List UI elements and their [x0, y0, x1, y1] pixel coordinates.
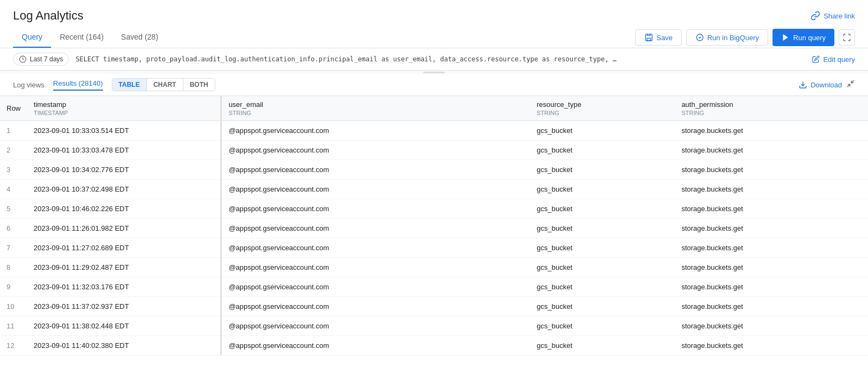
cell-timestamp: 2023-09-01 11:32:03.176 EDT	[27, 277, 221, 297]
cell-auth-permission: storage.buckets.get	[675, 297, 868, 316]
svg-rect-0	[646, 34, 652, 41]
cell-user-email: @appspot.gserviceaccount.com	[221, 199, 530, 219]
cell-resource-type: gcs_bucket	[530, 180, 675, 199]
cell-user-email: @appspot.gserviceaccount.com	[221, 160, 530, 180]
results-header-left: Log views Results (28140) TABLE CHART BO…	[13, 78, 215, 91]
run-in-bigquery-button[interactable]: Run in BigQuery	[686, 29, 768, 46]
collapse-button[interactable]	[846, 79, 855, 90]
cell-resource-type: gcs_bucket	[530, 258, 675, 277]
table-wrapper: Row timestamp TIMESTAMP user_email STRIN…	[0, 96, 868, 374]
run-query-button[interactable]: Run query	[773, 29, 834, 46]
cell-row-num: 8	[0, 258, 27, 277]
query-text: SELECT timestamp, proto_payload.audit_lo…	[75, 55, 806, 63]
cell-row-num: 4	[0, 180, 27, 199]
view-tab-table[interactable]: TABLE	[112, 79, 147, 91]
cell-user-email: @appspot.gserviceaccount.com	[221, 141, 530, 160]
col-header-row: Row	[0, 96, 27, 121]
cell-row-num: 2	[0, 141, 27, 160]
cell-resource-type: gcs_bucket	[530, 277, 675, 297]
cell-auth-permission: storage.buckets.get	[675, 316, 868, 336]
edit-query-button[interactable]: Edit query	[812, 55, 855, 64]
cell-row-num: 10	[0, 297, 27, 316]
table-row[interactable]: 32023-09-01 10:34:02.776 EDT@appspot.gse…	[0, 160, 868, 180]
collapse-icon	[846, 79, 855, 88]
cell-timestamp: 2023-09-01 11:29:02.487 EDT	[27, 258, 221, 277]
cell-user-email: @appspot.gserviceaccount.com	[221, 121, 530, 141]
expand-button[interactable]	[839, 29, 855, 46]
results-section: Log views Results (28140) TABLE CHART BO…	[0, 74, 868, 374]
app-header: Log Analytics Share link	[0, 0, 868, 27]
bigquery-icon	[695, 33, 704, 42]
query-bar: Last 7 days SELECT timestamp, proto_payl…	[0, 48, 868, 71]
results-title[interactable]: Results (28140)	[53, 79, 103, 91]
cell-resource-type: gcs_bucket	[530, 297, 675, 316]
nav-tabs: Query Recent (164) Saved (28) Save	[0, 27, 868, 48]
table-row[interactable]: 12023-09-01 10:33:03.514 EDT@appspot.gse…	[0, 121, 868, 141]
time-range-button[interactable]: Last 7 days	[13, 53, 69, 66]
cell-user-email: @appspot.gserviceaccount.com	[221, 219, 530, 238]
cell-user-email: @appspot.gserviceaccount.com	[221, 277, 530, 297]
results-header-right: Download	[799, 79, 855, 90]
cell-row-num: 11	[0, 316, 27, 336]
share-link-icon	[810, 11, 820, 21]
cell-timestamp: 2023-09-01 10:34:02.776 EDT	[27, 160, 221, 180]
tab-query[interactable]: Query	[13, 27, 51, 48]
divider-bar	[423, 72, 445, 73]
cell-user-email: @appspot.gserviceaccount.com	[221, 297, 530, 316]
nav-tabs-left: Query Recent (164) Saved (28)	[13, 27, 167, 48]
cell-auth-permission: storage.buckets.get	[675, 238, 868, 258]
col-header-timestamp: timestamp TIMESTAMP	[27, 96, 221, 121]
cell-auth-permission: storage.buckets.get	[675, 219, 868, 238]
table-row[interactable]: 122023-09-01 11:40:02.380 EDT@appspot.gs…	[0, 336, 868, 356]
download-icon	[799, 80, 807, 89]
table-row[interactable]: 52023-09-01 10:46:02.226 EDT@appspot.gse…	[0, 199, 868, 219]
cell-row-num: 7	[0, 238, 27, 258]
cell-resource-type: gcs_bucket	[530, 160, 675, 180]
cell-row-num: 3	[0, 160, 27, 180]
share-link-button[interactable]: Share link	[810, 11, 855, 21]
table-row[interactable]: 22023-09-01 10:33:03.478 EDT@appspot.gse…	[0, 141, 868, 160]
cell-user-email: @appspot.gserviceaccount.com	[221, 316, 530, 336]
cell-user-email: @appspot.gserviceaccount.com	[221, 238, 530, 258]
cell-user-email: @appspot.gserviceaccount.com	[221, 336, 530, 356]
cell-auth-permission: storage.buckets.get	[675, 121, 868, 141]
tab-recent[interactable]: Recent (164)	[51, 27, 112, 48]
log-views-label[interactable]: Log views	[13, 81, 44, 89]
cell-row-num: 6	[0, 219, 27, 238]
tab-saved[interactable]: Saved (28)	[112, 27, 167, 48]
share-link-label: Share link	[824, 12, 855, 20]
view-tab-chart[interactable]: CHART	[147, 79, 183, 91]
cell-row-num: 9	[0, 277, 27, 297]
results-table: Row timestamp TIMESTAMP user_email STRIN…	[0, 96, 868, 356]
table-row[interactable]: 42023-09-01 10:37:02.498 EDT@appspot.gse…	[0, 180, 868, 199]
col-header-resource-type: resource_type STRING	[530, 96, 675, 121]
cell-timestamp: 2023-09-01 11:26:01.982 EDT	[27, 219, 221, 238]
table-row[interactable]: 112023-09-01 11:38:02.448 EDT@appspot.gs…	[0, 316, 868, 336]
table-row[interactable]: 92023-09-01 11:32:03.176 EDT@appspot.gse…	[0, 277, 868, 297]
cell-resource-type: gcs_bucket	[530, 238, 675, 258]
edit-icon	[812, 55, 820, 63]
nav-tabs-right: Save Run in BigQuery Run query	[635, 29, 855, 46]
cell-timestamp: 2023-09-01 10:46:02.226 EDT	[27, 199, 221, 219]
table-row[interactable]: 62023-09-01 11:26:01.982 EDT@appspot.gse…	[0, 219, 868, 238]
cell-timestamp: 2023-09-01 10:33:03.478 EDT	[27, 141, 221, 160]
cell-auth-permission: storage.buckets.get	[675, 180, 868, 199]
cell-auth-permission: storage.buckets.get	[675, 277, 868, 297]
results-header: Log views Results (28140) TABLE CHART BO…	[0, 74, 868, 96]
col-header-auth-permission: auth_permission STRING	[675, 96, 868, 121]
view-tab-both[interactable]: BOTH	[183, 79, 215, 91]
cell-resource-type: gcs_bucket	[530, 336, 675, 356]
save-button[interactable]: Save	[635, 29, 682, 46]
svg-marker-2	[783, 34, 788, 41]
clock-icon	[19, 55, 27, 63]
cell-resource-type: gcs_bucket	[530, 141, 675, 160]
table-row[interactable]: 72023-09-01 11:27:02.689 EDT@appspot.gse…	[0, 238, 868, 258]
table-row[interactable]: 82023-09-01 11:29:02.487 EDT@appspot.gse…	[0, 258, 868, 277]
cell-auth-permission: storage.buckets.get	[675, 199, 868, 219]
download-button[interactable]: Download	[799, 80, 842, 89]
cell-timestamp: 2023-09-01 11:40:02.380 EDT	[27, 336, 221, 356]
col-header-user-email: user_email STRING	[221, 96, 530, 121]
cell-user-email: @appspot.gserviceaccount.com	[221, 180, 530, 199]
cell-auth-permission: storage.buckets.get	[675, 258, 868, 277]
table-row[interactable]: 102023-09-01 11:37:02.937 EDT@appspot.gs…	[0, 297, 868, 316]
